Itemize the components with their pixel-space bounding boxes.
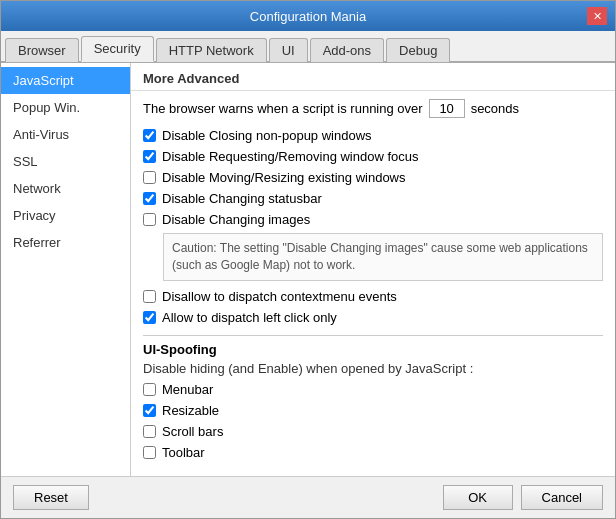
tab-debug[interactable]: Debug bbox=[386, 38, 450, 62]
checkbox-resizable: Resizable bbox=[143, 403, 603, 418]
checkbox-menubar-label: Menubar bbox=[162, 382, 213, 397]
script-timeout-label-before: The browser warns when a script is runni… bbox=[143, 101, 423, 116]
window-title: Configuration Mania bbox=[29, 9, 587, 24]
ui-spoofing-section: UI-Spoofing Disable hiding (and Enable) … bbox=[143, 335, 603, 460]
main-window: Configuration Mania ✕ Browser Security H… bbox=[0, 0, 616, 519]
checkbox-disable-images-input[interactable] bbox=[143, 213, 156, 226]
scrollable-content: The browser warns when a script is runni… bbox=[131, 91, 615, 476]
tab-bar: Browser Security HTTP Network UI Add-ons… bbox=[1, 31, 615, 63]
checkbox-allow-left-click-label: Allow to dispatch left click only bbox=[162, 310, 337, 325]
checkbox-resizable-label: Resizable bbox=[162, 403, 219, 418]
content-area: JavaScript Popup Win. Anti-Virus SSL Net… bbox=[1, 63, 615, 476]
sidebar-item-privacy[interactable]: Privacy bbox=[1, 202, 130, 229]
checkbox-scroll-bars: Scroll bars bbox=[143, 424, 603, 439]
checkbox-toolbar: Toolbar bbox=[143, 445, 603, 460]
cancel-button[interactable]: Cancel bbox=[521, 485, 603, 510]
sidebar: JavaScript Popup Win. Anti-Virus SSL Net… bbox=[1, 63, 131, 476]
reset-button[interactable]: Reset bbox=[13, 485, 89, 510]
main-panel: More Advanced The browser warns when a s… bbox=[131, 63, 615, 476]
title-bar: Configuration Mania ✕ bbox=[1, 1, 615, 31]
footer-right: OK Cancel bbox=[443, 485, 603, 510]
checkbox-resizable-input[interactable] bbox=[143, 404, 156, 417]
checkbox-disable-closing-label: Disable Closing non-popup windows bbox=[162, 128, 372, 143]
checkbox-allow-left-click: Allow to dispatch left click only bbox=[143, 310, 603, 325]
checkbox-disable-closing: Disable Closing non-popup windows bbox=[143, 128, 603, 143]
checkbox-menubar-input[interactable] bbox=[143, 383, 156, 396]
checkbox-scroll-bars-input[interactable] bbox=[143, 425, 156, 438]
sidebar-item-ssl[interactable]: SSL bbox=[1, 148, 130, 175]
tab-http-network[interactable]: HTTP Network bbox=[156, 38, 267, 62]
ui-spoofing-title: UI-Spoofing bbox=[143, 342, 603, 357]
checkbox-toolbar-label: Toolbar bbox=[162, 445, 205, 460]
checkbox-toolbar-input[interactable] bbox=[143, 446, 156, 459]
checkbox-disable-statusbar-label: Disable Changing statusbar bbox=[162, 191, 322, 206]
sidebar-item-network[interactable]: Network bbox=[1, 175, 130, 202]
tab-ui[interactable]: UI bbox=[269, 38, 308, 62]
checkbox-allow-left-click-input[interactable] bbox=[143, 311, 156, 324]
section-title: More Advanced bbox=[131, 63, 615, 91]
checkbox-scroll-bars-label: Scroll bars bbox=[162, 424, 223, 439]
close-button[interactable]: ✕ bbox=[587, 7, 607, 25]
checkbox-disable-statusbar: Disable Changing statusbar bbox=[143, 191, 603, 206]
script-timeout-row: The browser warns when a script is runni… bbox=[143, 99, 603, 118]
script-timeout-input[interactable] bbox=[429, 99, 465, 118]
script-timeout-label-after: seconds bbox=[471, 101, 519, 116]
checkbox-disallow-dispatch: Disallow to dispatch contextmenu events bbox=[143, 289, 603, 304]
ok-button[interactable]: OK bbox=[443, 485, 513, 510]
checkbox-disallow-dispatch-input[interactable] bbox=[143, 290, 156, 303]
checkbox-disable-requesting-input[interactable] bbox=[143, 150, 156, 163]
checkbox-disable-requesting: Disable Requesting/Removing window focus bbox=[143, 149, 603, 164]
checkbox-menubar: Menubar bbox=[143, 382, 603, 397]
checkbox-disable-moving-label: Disable Moving/Resizing existing windows bbox=[162, 170, 406, 185]
checkbox-disable-closing-input[interactable] bbox=[143, 129, 156, 142]
checkbox-disallow-dispatch-label: Disallow to dispatch contextmenu events bbox=[162, 289, 397, 304]
checkbox-disable-moving: Disable Moving/Resizing existing windows bbox=[143, 170, 603, 185]
sidebar-item-referrer[interactable]: Referrer bbox=[1, 229, 130, 256]
caution-text: Caution: The setting "Disable Changing i… bbox=[172, 241, 588, 272]
tab-browser[interactable]: Browser bbox=[5, 38, 79, 62]
ui-spoofing-desc: Disable hiding (and Enable) when opened … bbox=[143, 361, 603, 376]
checkbox-disable-requesting-label: Disable Requesting/Removing window focus bbox=[162, 149, 419, 164]
checkbox-disable-images-label: Disable Changing images bbox=[162, 212, 310, 227]
checkbox-disable-images: Disable Changing images bbox=[143, 212, 603, 227]
footer: Reset OK Cancel bbox=[1, 476, 615, 518]
sidebar-item-popup-win[interactable]: Popup Win. bbox=[1, 94, 130, 121]
tab-add-ons[interactable]: Add-ons bbox=[310, 38, 384, 62]
checkbox-disable-moving-input[interactable] bbox=[143, 171, 156, 184]
checkbox-disable-statusbar-input[interactable] bbox=[143, 192, 156, 205]
sidebar-item-anti-virus[interactable]: Anti-Virus bbox=[1, 121, 130, 148]
caution-box: Caution: The setting "Disable Changing i… bbox=[163, 233, 603, 281]
tab-security[interactable]: Security bbox=[81, 36, 154, 62]
sidebar-item-javascript[interactable]: JavaScript bbox=[1, 67, 130, 94]
